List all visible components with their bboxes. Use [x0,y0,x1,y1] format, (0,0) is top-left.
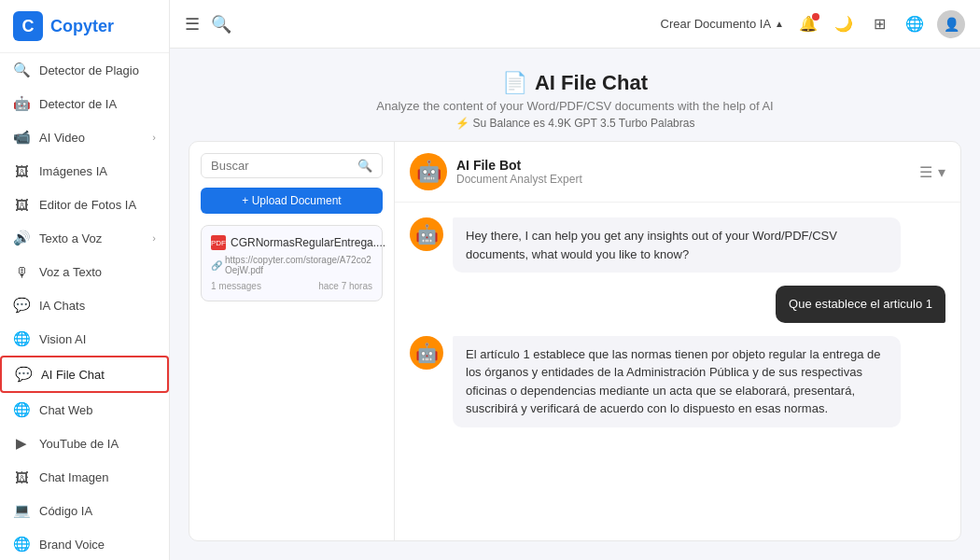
sidebar-item-ia-chats[interactable]: 💬 IA Chats [0,288,169,322]
sidebar-label-chat-web: Chat Web [39,403,93,417]
page-subtitle: Analyze the content of your Word/PDF/CSV… [170,99,980,113]
doc-title: CGRNormasRegularEntrega.... [231,236,385,249]
bot-name: AI File Bot [456,158,910,173]
language-icon[interactable]: 🌐 [902,11,928,37]
sidebar-label-ai-file-chat: AI File Chat [41,368,105,382]
sidebar-item-vision-ai[interactable]: 🌐 Vision AI [0,322,169,356]
sidebar-icon-codigo-ia: 💻 [13,502,30,519]
bot-msg-avatar: 🤖 [410,336,443,370]
sidebar-item-chat-imagen[interactable]: 🖼 Chat Imagen [0,460,169,494]
menu-icon[interactable]: ☰ [185,14,200,35]
chat-header: 🤖 AI File Bot Document Analyst Expert ☰ … [395,142,960,203]
sidebar-item-voz-texto[interactable]: 🎙 Voz a Texto [0,255,169,288]
sidebar-label-voz-texto: Voz a Texto [39,265,102,279]
sidebar-icon-chat-imagen: 🖼 [13,469,30,485]
sidebar-label-codigo-ia: Código IA [39,504,92,518]
sidebar-item-editor-fotos[interactable]: 🖼 Editor de Fotos IA [0,188,169,221]
crear-documento-btn[interactable]: Crear Documento IA ▲ [661,17,784,31]
sidebar-icon-editor-fotos: 🖼 [13,196,30,213]
topbar: ☰ 🔍 Crear Documento IA ▲ 🔔 🌙 ⊞ 🌐 👤 [170,0,980,49]
sidebar-label-texto-voz: Texto a Voz [39,231,102,245]
bot-message-0: Hey there, I can help you get any insigh… [453,217,901,273]
doc-url: 🔗 https://copyter.com/storage/A72co2OejW… [211,255,372,275]
search-box: 🔍 [201,153,383,178]
page-header: 📄 AI File Chat Analyze the content of yo… [170,49,980,141]
logo-text: Copyter [50,17,114,36]
sidebar-label-detector-plagio: Detector de Plagio [39,63,139,77]
sidebar-icon-brand-voice: 🌐 [13,536,30,553]
sidebar-item-brand-voice[interactable]: 🌐 Brand Voice [0,527,169,560]
sidebar-items: 🔍 Detector de Plagio 🤖 Detector de IA 📹 … [0,53,169,560]
message-row-1: Que establece el articulo 1 [410,286,945,323]
sidebar-icon-ai-file-chat: 💬 [15,366,32,383]
search-input[interactable] [211,159,352,173]
notif-dot [812,13,819,21]
bolt-icon: ⚡ [455,117,469,130]
messages-area: 🤖 Hey there, I can help you get any insi… [395,203,960,540]
search-icon[interactable]: 🔍 [211,14,231,35]
sidebar-item-youtube-ia[interactable]: ▶ YouTube de IA [0,427,169,460]
sidebar-item-codigo-ia[interactable]: 💻 Código IA [0,494,169,527]
sidebar-icon-ia-chats: 💬 [13,297,30,314]
bot-info: AI File Bot Document Analyst Expert [456,158,910,186]
menu-dots-icon[interactable]: ☰ [919,163,932,181]
sidebar-label-vision-ai: Vision AI [39,332,86,346]
doc-meta: 1 messages hace 7 horas [211,281,372,291]
sidebar-icon-imagenes-ia: 🖼 [13,162,30,179]
sidebar-item-detector-plagio[interactable]: 🔍 Detector de Plagio [0,53,169,87]
sidebar-label-editor-fotos: Editor de Fotos IA [39,198,136,212]
sidebar-item-texto-voz[interactable]: 🔊 Texto a Voz › [0,221,169,255]
balance-info: ⚡ Su Balance es 4.9K GPT 3.5 Turbo Palab… [170,117,980,130]
doc-time: hace 7 horas [318,281,372,291]
logo-area: C Copyter [0,0,169,53]
avatar[interactable]: 👤 [937,10,965,38]
sidebar-item-detector-ia[interactable]: 🤖 Detector de IA [0,87,169,120]
sidebar-item-ai-file-chat[interactable]: 💬 AI File Chat [0,356,169,393]
topbar-icons: 🔔 🌙 ⊞ 🌐 👤 [795,10,965,38]
sidebar-label-detector-ia: Detector de IA [39,97,117,111]
bot-msg-avatar: 🤖 [410,217,443,251]
sidebar-item-chat-web[interactable]: 🌐 Chat Web [0,393,169,427]
sidebar-icon-chat-web: 🌐 [13,401,30,418]
sidebar-label-brand-voice: Brand Voice [39,538,105,552]
sidebar-icon-detector-plagio: 🔍 [13,62,30,78]
message-row-0: 🤖 Hey there, I can help you get any insi… [410,217,945,273]
bot-avatar: 🤖 [410,153,447,190]
message-row-2: 🤖 El artículo 1 establece que las normas… [410,336,945,427]
expand-icon[interactable]: ⊞ [866,11,892,37]
sidebar-icon-voz-texto: 🎙 [13,263,30,280]
sidebar-item-ai-video[interactable]: 📹 AI Video › [0,120,169,154]
sidebar-label-chat-imagen: Chat Imagen [39,470,108,484]
chat-left-panel: 🔍 + Upload Document PDF CGRNormasRegular… [189,142,395,540]
sidebar-label-ia-chats: IA Chats [39,299,85,313]
notifications-icon[interactable]: 🔔 [795,11,821,37]
sidebar-icon-detector-ia: 🤖 [13,95,30,112]
pdf-icon: PDF [211,235,226,250]
sidebar: C Copyter 🔍 Detector de Plagio 🤖 Detecto… [0,0,170,560]
dark-mode-icon[interactable]: 🌙 [831,11,857,37]
user-message-1: Que establece el articulo 1 [776,286,945,323]
bot-role: Document Analyst Expert [456,173,910,186]
sidebar-label-imagenes-ia: Imágenes IA [39,164,107,178]
document-card[interactable]: PDF CGRNormasRegularEntrega.... 🔗 https:… [201,225,383,301]
search-icon-small: 🔍 [357,159,372,173]
sidebar-label-ai-video: AI Video [39,131,85,145]
bot-avatar-icon: 🤖 [416,160,441,184]
page-title: 📄 AI File Chat [170,71,980,95]
content: 📄 AI File Chat Analyze the content of yo… [170,49,980,560]
sidebar-icon-youtube-ia: ▶ [13,435,30,452]
sidebar-icon-vision-ai: 🌐 [13,330,30,347]
sidebar-icon-texto-voz: 🔊 [13,230,30,246]
doc-title-row: PDF CGRNormasRegularEntrega.... [211,235,372,250]
arrow-icon: › [152,132,156,143]
bot-message-2: El artículo 1 establece que las normas t… [453,336,901,427]
doc-messages: 1 messages [211,281,261,291]
sidebar-icon-ai-video: 📹 [13,129,30,146]
chat-right-panel: 🤖 AI File Bot Document Analyst Expert ☰ … [395,142,960,540]
sidebar-item-imagenes-ia[interactable]: 🖼 Imágenes IA [0,154,169,188]
main-area: ☰ 🔍 Crear Documento IA ▲ 🔔 🌙 ⊞ 🌐 👤 📄 AI … [170,0,980,560]
arrow-icon: › [152,232,156,244]
upload-document-btn[interactable]: + Upload Document [201,188,383,214]
chevron-down-icon[interactable]: ▾ [938,163,945,181]
chat-header-actions: ☰ ▾ [919,163,945,181]
